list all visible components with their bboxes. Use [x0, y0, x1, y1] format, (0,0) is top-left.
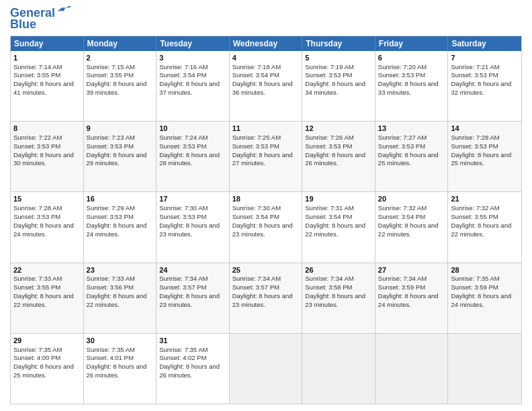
- sunset-label: Sunset: 3:55 PM: [13, 283, 60, 291]
- daylight-label: Daylight: 8 hours and 24 minutes.: [451, 292, 511, 308]
- sunset-label: Sunset: 3:54 PM: [159, 71, 206, 79]
- daylight-label: Daylight: 8 hours and 37 minutes.: [159, 80, 220, 96]
- logo: General Blue: [10, 7, 71, 32]
- sunrise-label: Sunrise: 7:35 AM: [451, 275, 499, 282]
- sunrise-label: Sunrise: 7:15 AM: [87, 63, 135, 71]
- day-cell-17: 17 Sunrise: 7:30 AM Sunset: 3:53 PM Dayl…: [157, 192, 230, 262]
- sunset-label: Sunset: 3:59 PM: [451, 283, 498, 291]
- daylight-label: Daylight: 8 hours and 24 minutes.: [13, 222, 74, 238]
- daylight-label: Daylight: 8 hours and 33 minutes.: [378, 80, 439, 96]
- day-cell-26: 26 Sunrise: 7:34 AM Sunset: 3:58 PM Dayl…: [302, 263, 375, 333]
- sunset-label: Sunset: 3:58 PM: [305, 283, 352, 291]
- daylight-label: Daylight: 8 hours and 41 minutes.: [13, 80, 74, 96]
- day-cell-14: 14 Sunrise: 7:28 AM Sunset: 3:53 PM Dayl…: [448, 122, 521, 191]
- header-day-thursday: Thursday: [302, 36, 375, 51]
- daylight-label: Daylight: 8 hours and 30 minutes.: [13, 151, 74, 167]
- sunset-label: Sunset: 3:53 PM: [232, 142, 279, 150]
- day-cell-29: 29 Sunrise: 7:35 AM Sunset: 4:00 PM Dayl…: [11, 334, 84, 404]
- sunrise-label: Sunrise: 7:29 AM: [87, 204, 135, 212]
- calendar-row-4: 22 Sunrise: 7:33 AM Sunset: 3:55 PM Dayl…: [11, 263, 521, 334]
- day-number: 31: [159, 336, 226, 346]
- day-cell-30: 30 Sunrise: 7:35 AM Sunset: 4:01 PM Dayl…: [84, 334, 157, 404]
- sunrise-label: Sunrise: 7:30 AM: [232, 204, 281, 212]
- page-header: General Blue: [10, 7, 522, 32]
- sunset-label: Sunset: 3:55 PM: [13, 71, 60, 79]
- daylight-label: Daylight: 8 hours and 24 minutes.: [87, 222, 147, 238]
- sunset-label: Sunset: 3:57 PM: [232, 283, 279, 291]
- day-number: 13: [378, 124, 445, 134]
- daylight-label: Daylight: 8 hours and 25 minutes.: [13, 363, 74, 379]
- day-cell-25: 25 Sunrise: 7:34 AM Sunset: 3:57 PM Dayl…: [230, 263, 303, 333]
- day-cell-9: 9 Sunrise: 7:23 AM Sunset: 3:53 PM Dayli…: [84, 122, 157, 191]
- day-cell-31: 31 Sunrise: 7:35 AM Sunset: 4:02 PM Dayl…: [157, 334, 230, 404]
- day-number: 4: [232, 53, 300, 63]
- day-cell-12: 12 Sunrise: 7:26 AM Sunset: 3:53 PM Dayl…: [302, 122, 375, 191]
- day-number: 23: [87, 265, 154, 275]
- sunset-label: Sunset: 3:53 PM: [305, 142, 352, 150]
- daylight-label: Daylight: 8 hours and 22 minutes.: [13, 292, 74, 308]
- header-day-saturday: Saturday: [448, 36, 521, 51]
- sunset-label: Sunset: 3:54 PM: [378, 213, 425, 220]
- daylight-label: Daylight: 8 hours and 22 minutes.: [305, 222, 365, 238]
- daylight-label: Daylight: 8 hours and 25 minutes.: [378, 151, 439, 167]
- day-cell-19: 19 Sunrise: 7:31 AM Sunset: 3:54 PM Dayl…: [302, 192, 375, 262]
- sunset-label: Sunset: 3:53 PM: [378, 71, 425, 79]
- empty-cell: [375, 334, 449, 404]
- sunrise-label: Sunrise: 7:33 AM: [13, 275, 62, 282]
- header-day-wednesday: Wednesday: [230, 36, 303, 51]
- calendar-row-1: 1 Sunrise: 7:14 AM Sunset: 3:55 PM Dayli…: [11, 51, 521, 122]
- day-number: 7: [451, 53, 519, 63]
- daylight-label: Daylight: 8 hours and 22 minutes.: [378, 222, 439, 238]
- calendar-row-5: 29 Sunrise: 7:35 AM Sunset: 4:00 PM Dayl…: [11, 334, 521, 404]
- day-number: 15: [13, 194, 81, 204]
- sunrise-label: Sunrise: 7:35 AM: [159, 346, 208, 353]
- sunset-label: Sunset: 3:55 PM: [87, 71, 134, 79]
- empty-cell: [448, 334, 521, 404]
- day-cell-10: 10 Sunrise: 7:24 AM Sunset: 3:53 PM Dayl…: [157, 122, 230, 191]
- day-number: 11: [232, 124, 300, 134]
- calendar-row-2: 8 Sunrise: 7:22 AM Sunset: 3:53 PM Dayli…: [11, 122, 521, 192]
- day-cell-8: 8 Sunrise: 7:22 AM Sunset: 3:53 PM Dayli…: [11, 122, 84, 191]
- sunrise-label: Sunrise: 7:21 AM: [451, 63, 499, 71]
- header-day-tuesday: Tuesday: [157, 36, 230, 51]
- day-cell-18: 18 Sunrise: 7:30 AM Sunset: 3:54 PM Dayl…: [230, 192, 303, 262]
- day-cell-16: 16 Sunrise: 7:29 AM Sunset: 3:53 PM Dayl…: [84, 192, 157, 262]
- day-cell-24: 24 Sunrise: 7:34 AM Sunset: 3:57 PM Dayl…: [157, 263, 230, 333]
- sunrise-label: Sunrise: 7:20 AM: [378, 63, 427, 71]
- sunset-label: Sunset: 3:53 PM: [159, 142, 206, 150]
- daylight-label: Daylight: 8 hours and 29 minutes.: [87, 151, 147, 167]
- day-cell-2: 2 Sunrise: 7:15 AM Sunset: 3:55 PM Dayli…: [84, 51, 157, 121]
- header-day-monday: Monday: [84, 36, 157, 51]
- sunset-label: Sunset: 3:53 PM: [305, 71, 352, 79]
- day-cell-15: 15 Sunrise: 7:28 AM Sunset: 3:53 PM Dayl…: [11, 192, 84, 262]
- sunset-label: Sunset: 3:53 PM: [87, 213, 134, 220]
- daylight-label: Daylight: 8 hours and 32 minutes.: [451, 80, 511, 96]
- calendar: SundayMondayTuesdayWednesdayThursdayFrid…: [10, 36, 522, 404]
- day-number: 29: [13, 336, 81, 346]
- empty-cell: [302, 334, 375, 404]
- day-number: 25: [232, 265, 300, 275]
- sunrise-label: Sunrise: 7:30 AM: [159, 204, 208, 212]
- sunrise-label: Sunrise: 7:34 AM: [378, 275, 427, 282]
- header-day-sunday: Sunday: [11, 36, 84, 51]
- day-cell-3: 3 Sunrise: 7:16 AM Sunset: 3:54 PM Dayli…: [157, 51, 230, 121]
- sunrise-label: Sunrise: 7:32 AM: [378, 204, 427, 212]
- day-number: 8: [13, 124, 81, 134]
- day-cell-1: 1 Sunrise: 7:14 AM Sunset: 3:55 PM Dayli…: [11, 51, 84, 121]
- day-cell-13: 13 Sunrise: 7:27 AM Sunset: 3:53 PM Dayl…: [375, 122, 449, 191]
- logo-bird-icon: [56, 5, 71, 17]
- daylight-label: Daylight: 8 hours and 23 minutes.: [232, 292, 293, 308]
- day-number: 9: [87, 124, 154, 134]
- day-number: 30: [87, 336, 154, 346]
- header-day-friday: Friday: [375, 36, 449, 51]
- sunrise-label: Sunrise: 7:26 AM: [305, 134, 353, 141]
- day-number: 26: [305, 265, 372, 275]
- day-number: 27: [378, 265, 445, 275]
- day-number: 14: [451, 124, 519, 134]
- sunrise-label: Sunrise: 7:19 AM: [305, 63, 353, 71]
- day-cell-20: 20 Sunrise: 7:32 AM Sunset: 3:54 PM Dayl…: [375, 192, 449, 262]
- sunrise-label: Sunrise: 7:35 AM: [87, 346, 135, 353]
- day-cell-28: 28 Sunrise: 7:35 AM Sunset: 3:59 PM Dayl…: [448, 263, 521, 333]
- day-number: 17: [159, 194, 226, 204]
- sunset-label: Sunset: 3:54 PM: [232, 213, 279, 220]
